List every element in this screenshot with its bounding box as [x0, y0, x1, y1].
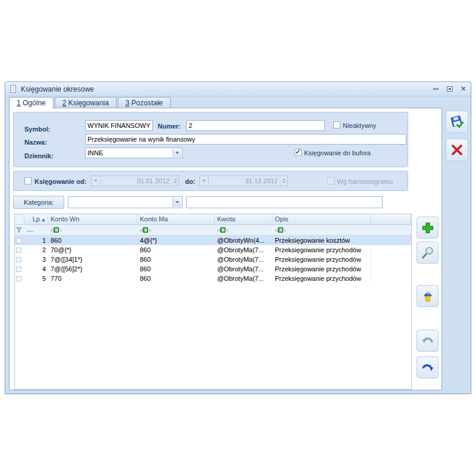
nazwa-input[interactable]: Przeksięgowanie na wynik finansowy [85, 134, 406, 145]
delete-row-button[interactable] [416, 285, 439, 307]
cell-filler [371, 245, 411, 255]
tab-page-ogolne: Symbol: Nazwa: Dziennik: WYNIK FINANSOWY… [9, 108, 442, 390]
cell-kwota: @ObrotyMa(7... [215, 245, 273, 255]
undo-arrow-icon [421, 334, 435, 348]
tab-pozostale[interactable]: 3 Pozostałe [118, 97, 171, 108]
trash-icon [421, 289, 435, 303]
harmonogram-label: Wg harmonogramu [337, 178, 393, 185]
column-header-konto-ma[interactable]: Konto Ma [137, 214, 215, 224]
nieaktywny-label: Nieaktywny [343, 122, 376, 129]
close-icon[interactable]: ✕ [459, 85, 467, 93]
dziennik-label: Dziennik: [24, 152, 54, 159]
dziennik-combobox[interactable]: INNE [85, 148, 183, 158]
filter-konto-ma[interactable]: aBc [137, 225, 215, 235]
cell-lp: 1 [24, 236, 48, 245]
text-filter-icon: aBc [275, 227, 286, 233]
text-filter-icon: aBc [51, 227, 62, 233]
bufor-label: Księgowanie do bufora [304, 149, 371, 156]
cell-opis: Przeksięgowanie kosztów [273, 236, 371, 245]
cell-opis: Przeksięgowanie przychodów [273, 264, 371, 274]
magnifier-icon [421, 246, 435, 260]
move-down-button[interactable] [416, 356, 439, 378]
table-row[interactable]: 5770860@ObrotyMa(7...Przeksięgowanie prz… [15, 274, 411, 283]
chevron-down-icon [92, 176, 101, 186]
table-row[interactable]: 37@{[34]1*}860@ObrotyMa(7...Przeksięgowa… [15, 255, 411, 264]
tab-ksiegowania[interactable]: 2 Księgowania [55, 97, 117, 108]
column-header-kwota[interactable]: Kwota [215, 214, 273, 224]
cell-konto-wn: 70@{*} [48, 245, 137, 255]
maximize-icon[interactable] [446, 85, 453, 93]
date-from-picker[interactable]: 01.01.2012 [91, 176, 179, 186]
cell-kwota: @ObrotyMa(7... [215, 264, 273, 274]
cell-filler [371, 274, 411, 283]
filter-opis[interactable]: aBc [273, 225, 371, 235]
column-header-opis[interactable]: Opis [273, 214, 371, 224]
edit-row-button[interactable] [416, 242, 439, 264]
row-select-checkbox[interactable] [15, 264, 24, 274]
cell-konto-wn: 7@{[34]1*} [48, 255, 137, 264]
table-row[interactable]: 18604@{*}@ObrotyWn(4...Przeksięgowanie k… [15, 236, 411, 245]
move-up-button[interactable] [416, 330, 439, 352]
kategoria-button[interactable]: Kategoria: [13, 196, 64, 209]
symbol-label: Symbol: [24, 126, 50, 133]
cell-konto-wn: 7@{[56]2*} [48, 264, 137, 274]
add-row-button[interactable] [416, 217, 439, 239]
table-row[interactable]: 47@{[56]2*}860@ObrotyMa(7...Przeksięgowa… [15, 264, 411, 274]
cell-konto-ma: 860 [137, 245, 215, 255]
cell-opis: Przeksięgowanie przychodów [273, 245, 371, 255]
header-groupbox: Symbol: Nazwa: Dziennik: WYNIK FINANSOWY… [13, 112, 408, 167]
row-select-checkbox[interactable] [15, 255, 24, 264]
harmonogram-checkbox [327, 177, 334, 184]
cancel-button[interactable] [446, 139, 468, 161]
nieaktywny-checkbox[interactable] [333, 121, 340, 129]
cell-kwota: @ObrotyMa(7... [215, 274, 273, 283]
text-filter-icon: aBc [217, 227, 228, 233]
tab-strip: 1 Ogólne 2 Księgowania 3 Pozostałe [9, 97, 171, 108]
cell-konto-ma: 860 [137, 264, 215, 274]
table-body: 18604@{*}@ObrotyWn(4...Przeksięgowanie k… [15, 236, 411, 283]
filter-konto-wn[interactable]: aBc [48, 225, 137, 235]
cell-filler [371, 236, 411, 245]
dialog-window: Księgowanie okresowe ✕ 1 Ogólne 2 Księgo… [5, 82, 471, 394]
table-row[interactable]: 270@{*}860@ObrotyMa(7...Przeksięgowanie … [15, 245, 411, 255]
filter-kwota[interactable]: aBc [215, 225, 273, 235]
minimize-icon[interactable] [432, 85, 440, 93]
symbol-input[interactable]: WYNIK FINANSOWY [85, 120, 153, 131]
tab-ogolne[interactable]: 1 Ogólne [9, 97, 54, 109]
cell-opis: Przeksięgowanie przychodów [273, 255, 371, 264]
table-filter-row[interactable]: — aBc aBc aBc aBc [15, 225, 411, 236]
cell-filler [371, 264, 411, 274]
cell-konto-wn: 770 [48, 274, 137, 283]
row-select-checkbox[interactable] [15, 245, 24, 255]
window-icon [9, 85, 17, 93]
spinner-icon [171, 176, 178, 186]
title-bar[interactable]: Księgowanie okresowe ✕ [5, 82, 471, 96]
date-to-picker[interactable]: 31.12.2012 [199, 176, 287, 186]
chevron-down-icon[interactable] [173, 149, 181, 157]
cell-konto-wn: 860 [48, 236, 137, 245]
funnel-icon [15, 225, 24, 235]
column-header-konto-wn[interactable]: Konto Wn [48, 214, 137, 224]
text-filter-icon: aBc [140, 227, 151, 233]
cell-lp: 5 [24, 274, 48, 283]
cell-konto-ma: 4@{*} [137, 236, 215, 245]
column-header-lp[interactable]: Lp [24, 214, 48, 224]
kategoria-combobox[interactable] [68, 196, 183, 208]
save-button[interactable] [446, 111, 468, 133]
kategoria-opis-input[interactable] [186, 196, 383, 208]
header-indicator-cell [15, 214, 24, 224]
do-label: do: [185, 178, 195, 185]
schemat-table: Lp Konto Wn Konto Ma Kwota Opis — aBc aB… [14, 214, 412, 390]
numer-input[interactable]: 2 [186, 120, 325, 131]
chevron-down-icon[interactable] [173, 198, 181, 207]
cell-lp: 2 [24, 245, 48, 255]
cell-kwota: @ObrotyWn(4... [215, 236, 273, 245]
filter-lp[interactable]: — [24, 225, 48, 235]
bufor-checkbox[interactable] [295, 149, 302, 156]
ksiegowanie-od-checkbox[interactable] [24, 177, 32, 184]
cell-konto-ma: 860 [137, 255, 215, 264]
redo-arrow-icon [421, 361, 435, 375]
row-select-checkbox[interactable] [15, 274, 24, 283]
ksiegowanie-od-label: Księgowanie od: [35, 178, 86, 185]
row-select-checkbox[interactable] [15, 236, 24, 245]
